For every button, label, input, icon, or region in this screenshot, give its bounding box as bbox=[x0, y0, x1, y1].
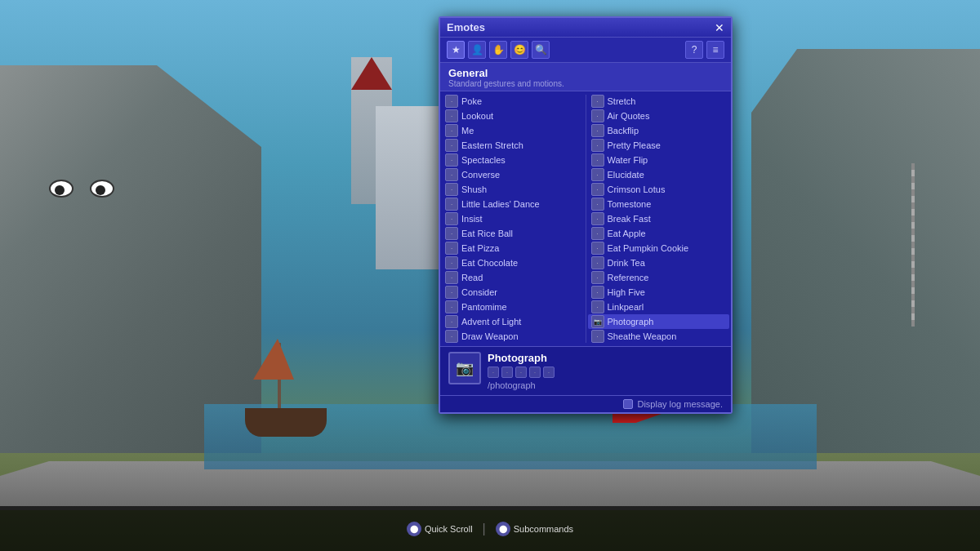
list-item[interactable]: · Elucidate bbox=[588, 167, 730, 182]
emote-name: Linkpearl bbox=[608, 302, 644, 312]
close-button[interactable]: ✕ bbox=[715, 22, 724, 33]
list-item[interactable]: · Eat Apple bbox=[588, 226, 730, 241]
emote-name: Tomestone bbox=[608, 199, 652, 209]
emote-name: High Five bbox=[608, 287, 645, 297]
section-title: General bbox=[448, 67, 723, 79]
list-item[interactable]: · Water Flip bbox=[588, 153, 730, 167]
tab-favorites[interactable]: ★ bbox=[447, 41, 465, 59]
list-item[interactable]: · Eastern Stretch bbox=[442, 138, 584, 153]
emote-name: Poke bbox=[461, 96, 482, 106]
emote-name: Eastern Stretch bbox=[461, 140, 523, 150]
emote-icon: · bbox=[591, 212, 604, 225]
section-header: General Standard gestures and motions. bbox=[440, 63, 731, 91]
list-item[interactable]: · Eat Pumpkin Cookie bbox=[588, 241, 730, 256]
tab-right-icons: ? ≡ bbox=[685, 41, 724, 59]
list-item[interactable]: · Linkpearl bbox=[588, 300, 730, 314]
emote-icon: · bbox=[445, 139, 458, 152]
tab-emote[interactable]: 😊 bbox=[510, 41, 528, 59]
list-item[interactable]: · Converse bbox=[442, 167, 584, 182]
emote-name: Little Ladies' Dance bbox=[461, 199, 540, 209]
emote-icon: · bbox=[445, 183, 458, 196]
list-item[interactable]: · Reference bbox=[588, 270, 730, 285]
emote-sub-icon-1: · bbox=[488, 367, 499, 378]
emote-icon: · bbox=[591, 168, 604, 181]
ship bbox=[237, 355, 335, 437]
emote-sub-icon-4: · bbox=[529, 367, 541, 378]
list-item[interactable]: · Air Quotes bbox=[588, 109, 730, 123]
emote-detail-panel: 📷 Photograph · · · · · /photograph bbox=[440, 346, 731, 395]
cliff-eyes bbox=[49, 180, 114, 198]
emote-footer: Display log message. bbox=[440, 395, 731, 412]
ship-hull bbox=[245, 408, 327, 437]
emote-name: Sheathe Weapon bbox=[608, 331, 677, 341]
emote-sub-icon-5: · bbox=[543, 367, 555, 378]
emotes-window: Emotes ✕ ★ 👤 ✋ 😊 🔍 ? ≡ General Standard … bbox=[439, 16, 733, 414]
emote-name: Pretty Please bbox=[608, 140, 661, 150]
emote-sub-icon-3: · bbox=[515, 367, 527, 378]
menu-button[interactable]: ≡ bbox=[706, 41, 724, 59]
emote-detail-icon: 📷 bbox=[448, 352, 481, 384]
emote-icon: · bbox=[591, 124, 604, 137]
emote-icon: · bbox=[445, 315, 458, 328]
list-item[interactable]: · Eat Rice Ball bbox=[442, 226, 584, 241]
help-button[interactable]: ? bbox=[685, 41, 703, 59]
emote-name: Advent of Light bbox=[461, 317, 521, 327]
list-item[interactable]: · Pantomime bbox=[442, 300, 584, 314]
hotbar-bottom: ⬤ Quick Scroll | ⬤ Subcommands bbox=[0, 506, 980, 551]
list-item[interactable]: · Eat Chocolate bbox=[442, 256, 584, 270]
list-item[interactable]: · High Five bbox=[588, 285, 730, 300]
list-item[interactable]: · Break Fast bbox=[588, 211, 730, 226]
emote-name: Drink Tea bbox=[608, 258, 645, 268]
list-item[interactable]: · Consider bbox=[442, 285, 584, 300]
list-item[interactable]: · Eat Pizza bbox=[442, 241, 584, 256]
list-item-photograph[interactable]: 📷 Photograph bbox=[588, 314, 730, 329]
subcommands-label: Subcommands bbox=[514, 524, 573, 534]
emote-icon: · bbox=[445, 212, 458, 225]
emote-icon: · bbox=[445, 124, 458, 137]
emote-name: Pantomime bbox=[461, 302, 507, 312]
window-tabs: ★ 👤 ✋ 😊 🔍 ? ≡ bbox=[440, 38, 731, 63]
tab-hands[interactable]: ✋ bbox=[489, 41, 507, 59]
emote-icon: · bbox=[591, 139, 604, 152]
list-item[interactable]: · Drink Tea bbox=[588, 256, 730, 270]
emote-icon: · bbox=[591, 256, 604, 269]
tab-people[interactable]: 👤 bbox=[468, 41, 486, 59]
emote-icon: · bbox=[445, 330, 458, 343]
quick-scroll-label: Quick Scroll bbox=[425, 524, 473, 534]
list-item[interactable]: · Tomestone bbox=[588, 197, 730, 211]
list-item[interactable]: · Lookout bbox=[442, 109, 584, 123]
list-item[interactable]: · Spectacles bbox=[442, 153, 584, 167]
list-item[interactable]: · Read bbox=[442, 270, 584, 285]
emote-name: Eat Chocolate bbox=[461, 258, 518, 268]
window-title: Emotes bbox=[447, 21, 485, 33]
list-item[interactable]: · Backflip bbox=[588, 123, 730, 138]
emote-icon: · bbox=[445, 271, 458, 284]
emote-sub-icon-2: · bbox=[501, 367, 513, 378]
list-item[interactable]: · Stretch bbox=[588, 94, 730, 109]
emote-icon: · bbox=[445, 95, 458, 108]
subcommands-key: ⬤ bbox=[496, 522, 510, 536]
footer-text: Display log message. bbox=[637, 399, 723, 409]
emote-name: Eat Apple bbox=[608, 229, 646, 238]
emote-name: Crimson Lotus bbox=[608, 184, 666, 194]
emote-name: Eat Pizza bbox=[461, 243, 499, 253]
list-item[interactable]: · Little Ladies' Dance bbox=[442, 197, 584, 211]
list-item[interactable]: · Insist bbox=[442, 211, 584, 226]
list-item[interactable]: · Poke bbox=[442, 94, 584, 109]
list-item[interactable]: · Sheathe Weapon bbox=[588, 329, 730, 344]
emote-name: Me bbox=[461, 126, 474, 136]
tab-search[interactable]: 🔍 bbox=[532, 41, 550, 59]
emote-detail-name: Photograph bbox=[488, 352, 723, 364]
list-item[interactable]: · Advent of Light bbox=[442, 314, 584, 329]
emote-name: Backflip bbox=[608, 126, 639, 136]
list-item[interactable]: · Draw Weapon bbox=[442, 329, 584, 344]
emote-command: /photograph bbox=[488, 380, 723, 390]
emote-name: Lookout bbox=[461, 111, 493, 121]
emote-icon: · bbox=[445, 153, 458, 167]
list-item[interactable]: · Pretty Please bbox=[588, 138, 730, 153]
list-item[interactable]: · Shush bbox=[442, 182, 584, 197]
emote-icon: · bbox=[445, 242, 458, 255]
checkbox-icon[interactable] bbox=[623, 399, 633, 409]
list-item[interactable]: · Me bbox=[442, 123, 584, 138]
list-item[interactable]: · Crimson Lotus bbox=[588, 182, 730, 197]
